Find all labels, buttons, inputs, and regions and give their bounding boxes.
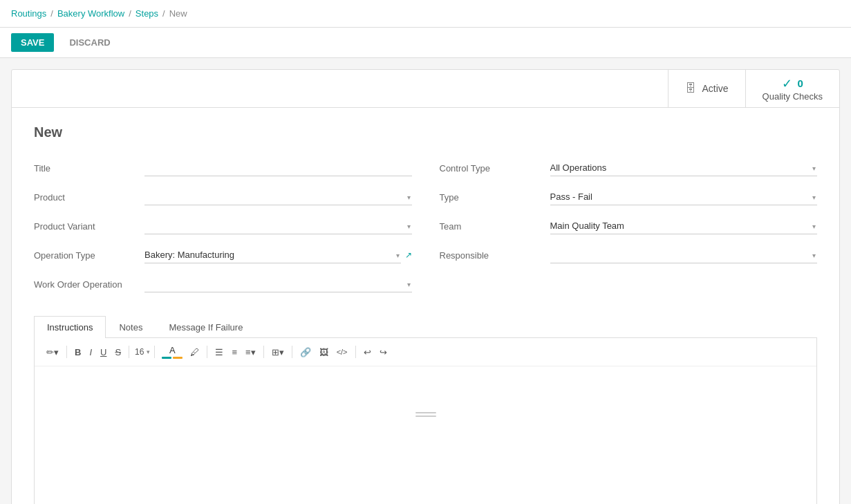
- card-body: New Title Product ▾: [12, 108, 839, 504]
- form-grid: Title Product ▾ Product Variant: [34, 157, 817, 302]
- action-bar: SAVE DISCARD: [0, 28, 851, 58]
- code-button[interactable]: </>: [333, 346, 351, 358]
- title-row: Title: [34, 157, 412, 179]
- highlight-button[interactable]: 🖊: [187, 345, 203, 360]
- italic-button[interactable]: I: [86, 345, 95, 360]
- align-button[interactable]: ≡▾: [242, 345, 259, 360]
- operation-type-field: ▾: [144, 247, 401, 263]
- operation-type-external-link[interactable]: ↗: [405, 250, 412, 260]
- operation-type-row: Operation Type ▾ ↗: [34, 244, 412, 266]
- font-size-label: 16: [133, 347, 145, 357]
- type-label: Type: [440, 192, 550, 203]
- color-bar-green: [162, 357, 171, 359]
- style-button[interactable]: ✏▾: [43, 345, 62, 360]
- form-card: 🗄 Active ✓ 0 Quality Checks New Title: [11, 69, 840, 504]
- main-content: 🗄 Active ✓ 0 Quality Checks New Title: [0, 58, 851, 504]
- product-variant-label: Product Variant: [34, 221, 144, 232]
- editor-container: ✏▾ B I U S 16 ▾: [34, 338, 817, 504]
- form-right: Control Type ▾ Type ▾: [440, 157, 818, 302]
- active-status-button[interactable]: 🗄 Active: [668, 70, 745, 107]
- tab-message-if-failure[interactable]: Message If Failure: [156, 316, 256, 338]
- link-button[interactable]: 🔗: [297, 345, 315, 360]
- work-order-operation-input[interactable]: [144, 276, 412, 292]
- sep1: [66, 346, 67, 358]
- font-color-button[interactable]: A: [159, 344, 185, 360]
- operation-type-input[interactable]: [144, 247, 401, 263]
- type-row: Type ▾: [440, 186, 818, 208]
- work-order-operation-field: ▾: [144, 276, 412, 292]
- breadcrumb-sep2: /: [129, 8, 131, 19]
- tab-notes[interactable]: Notes: [106, 316, 156, 338]
- responsible-row: Responsible ▾: [440, 244, 818, 266]
- bold-button[interactable]: B: [71, 345, 84, 360]
- product-field: ▾: [144, 189, 412, 205]
- product-variant-field: ▾: [144, 218, 412, 234]
- breadcrumb-bakery-workflow[interactable]: Bakery Workflow: [57, 8, 124, 19]
- record-title: New: [34, 124, 817, 140]
- breadcrumb-sep3: /: [162, 8, 165, 19]
- product-input[interactable]: [144, 189, 412, 205]
- control-type-field: ▾: [550, 160, 818, 176]
- quality-checks-button[interactable]: ✓ 0 Quality Checks: [745, 70, 839, 107]
- control-type-input[interactable]: [550, 160, 818, 176]
- responsible-field: ▾: [550, 247, 818, 263]
- checkmark-icon: ✓: [782, 76, 792, 91]
- type-field: ▾: [550, 189, 818, 205]
- breadcrumb: Routings / Bakery Workflow / Steps / New: [11, 8, 187, 19]
- operation-type-label: Operation Type: [34, 250, 144, 261]
- type-input[interactable]: [550, 189, 818, 205]
- archive-icon: 🗄: [685, 82, 696, 95]
- product-label: Product: [34, 192, 144, 203]
- responsible-input[interactable]: [550, 247, 818, 263]
- breadcrumb-steps[interactable]: Steps: [135, 8, 158, 19]
- work-order-operation-label: Work Order Operation: [34, 279, 144, 290]
- title-input[interactable]: [144, 160, 412, 176]
- redo-button[interactable]: ↪: [376, 345, 391, 360]
- breadcrumb-bar: Routings / Bakery Workflow / Steps / New: [0, 0, 851, 28]
- handle-line-1: [415, 412, 436, 413]
- team-row: Team ▾: [440, 215, 818, 237]
- form-left: Title Product ▾ Product Variant: [34, 157, 412, 302]
- color-bar-yellow: [173, 357, 183, 359]
- team-label: Team: [440, 221, 550, 232]
- ordered-list-button[interactable]: ≡: [228, 345, 241, 360]
- editor-resize-handle: [46, 405, 805, 417]
- title-label: Title: [34, 163, 144, 174]
- control-type-row: Control Type ▾: [440, 157, 818, 179]
- sep6: [292, 346, 292, 358]
- quality-count: 0: [798, 77, 803, 89]
- unordered-list-button[interactable]: ☰: [212, 345, 227, 360]
- color-bars: [162, 357, 183, 359]
- tab-instructions[interactable]: Instructions: [34, 316, 106, 338]
- work-order-operation-row: Work Order Operation ▾: [34, 273, 412, 295]
- editor-area[interactable]: [35, 366, 816, 504]
- table-button[interactable]: ⊞▾: [268, 345, 288, 360]
- breadcrumb-current: New: [169, 8, 187, 19]
- save-button[interactable]: SAVE: [11, 33, 54, 52]
- product-variant-row: Product Variant ▾: [34, 215, 412, 237]
- sep2: [129, 346, 129, 358]
- product-variant-input[interactable]: [144, 218, 412, 234]
- card-header: 🗄 Active ✓ 0 Quality Checks: [12, 70, 839, 108]
- team-input[interactable]: [550, 218, 818, 234]
- quality-checks-label: Quality Checks: [763, 91, 823, 102]
- strikethrough-button[interactable]: S: [111, 345, 124, 360]
- discard-button[interactable]: DISCARD: [59, 33, 120, 52]
- product-row: Product ▾: [34, 186, 412, 208]
- control-type-label: Control Type: [440, 163, 550, 174]
- underline-button[interactable]: U: [97, 345, 110, 360]
- title-field: [144, 160, 412, 176]
- team-field: ▾: [550, 218, 818, 234]
- responsible-label: Responsible: [440, 250, 550, 261]
- sep4: [207, 346, 207, 358]
- font-color-a-icon: A: [169, 345, 176, 355]
- breadcrumb-routings[interactable]: Routings: [11, 8, 46, 19]
- font-size-dropdown-icon: ▾: [147, 348, 150, 355]
- active-label: Active: [702, 83, 728, 94]
- image-button[interactable]: 🖼: [316, 345, 332, 360]
- breadcrumb-sep1: /: [50, 8, 53, 19]
- sep7: [355, 346, 356, 358]
- handle-line-2: [415, 416, 436, 417]
- undo-button[interactable]: ↩: [360, 345, 375, 360]
- sep5: [263, 346, 264, 358]
